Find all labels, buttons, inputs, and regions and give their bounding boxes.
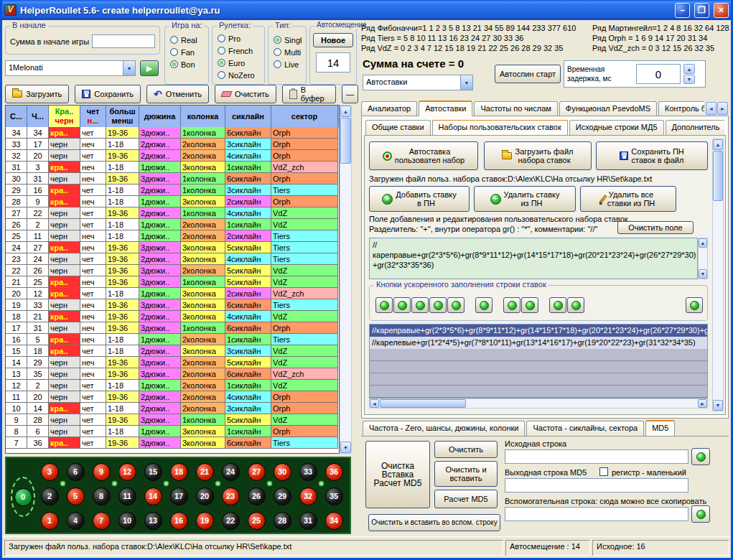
new-shift-button[interactable]: Новое: [313, 33, 353, 47]
board-number-15[interactable]: 15: [140, 459, 166, 484]
bet-set-empty-row[interactable]: [370, 373, 707, 386]
quick-fill-button-4[interactable]: [447, 297, 464, 313]
board-number-33[interactable]: 33: [295, 459, 321, 484]
table-row[interactable]: 2427кра..неч19-363дюжи..3колонка5сиклайн…: [6, 242, 339, 253]
table-row[interactable]: 928чернчет19-363дюжи..1колонка5сиклайнVd…: [6, 414, 339, 426]
main-tab-0[interactable]: Анализатор: [361, 101, 417, 116]
board-number-1[interactable]: 1: [37, 508, 62, 533]
table-row[interactable]: 86чернчет1-181дюжи..3колонка1сиклайнOrph: [6, 426, 339, 437]
main-tab-4[interactable]: Контроль банкро: [658, 101, 704, 116]
clear-field-button[interactable]: Очистить поле: [617, 221, 694, 234]
main-tab-1[interactable]: Автоставки: [419, 101, 472, 116]
table-row[interactable]: 2125кра..неч19-363дюжи..1колонка5сиклайн…: [6, 276, 339, 288]
radio-Pro[interactable]: Pro: [213, 32, 264, 45]
minimize-button[interactable]: –: [675, 3, 690, 18]
column-header-7[interactable]: сиклайн: [225, 106, 271, 127]
md5-clear-paste-aux-button[interactable]: Очистить и вставить во вспом. строку: [368, 514, 500, 531]
delete-bet-button[interactable]: − Удалить ставку из ПН: [474, 186, 576, 212]
table-row[interactable]: 2511черннеч1-181дюжи..2колонка2сиклайнTi…: [6, 230, 339, 242]
radio-Bon[interactable]: Bon: [165, 58, 208, 70]
md5-big-button[interactable]: Очистка Вставка Расчет MD5: [365, 441, 430, 508]
bet-set-item-0[interactable]: //кареправые+gr(2*3*5*6)+gr(8*9*11*12)+g…: [370, 325, 707, 337]
board-number-11[interactable]: 11: [114, 484, 140, 508]
table-row[interactable]: 1933черннеч19-363дюжи..3колонка6сиклайнT…: [6, 299, 339, 311]
main-tab-3[interactable]: Функционал PsevdoMS: [559, 101, 657, 116]
md5-aux-action-button[interactable]: [691, 505, 710, 523]
column-header-2[interactable]: Кра..черн: [49, 106, 80, 127]
radio-Fan[interactable]: Fan: [165, 46, 208, 58]
panel-scrollbar-thumb[interactable]: [713, 151, 723, 201]
quick-fill-button-5[interactable]: [475, 297, 492, 313]
radio-Euro[interactable]: Euro: [213, 57, 264, 69]
list-hscrollbar-thumb[interactable]: [380, 399, 466, 408]
load-bets-file-button[interactable]: Загрузить файл набора ставок: [484, 141, 592, 170]
table-scrollbar-thumb[interactable]: [340, 118, 351, 164]
table-row[interactable]: 736кра..чет19-363дюжи..3колонка6сиклайнT…: [6, 437, 339, 449]
preset-combo[interactable]: 1Melonati ▼: [5, 60, 136, 76]
board-number-17[interactable]: 17: [166, 484, 192, 508]
board-number-13[interactable]: 13: [140, 508, 166, 533]
radio-NoZero[interactable]: NoZero: [213, 69, 264, 81]
table-row[interactable]: 1120чернчет19-362дюжи..2колонка4сиклайнO…: [6, 391, 339, 403]
table-row[interactable]: 1731черннеч19-363дюжи..1колонка6сиклайнO…: [6, 322, 339, 334]
zero-cell[interactable]: 0: [11, 477, 35, 517]
scroll-up-icon[interactable]: ▲: [340, 106, 351, 117]
add-bet-button[interactable]: + Добавить ставку в ПН: [369, 186, 470, 212]
delay-value[interactable]: 0: [636, 64, 681, 84]
quick-fill-button-0[interactable]: [375, 297, 393, 313]
panel-scrollbar[interactable]: ▲ ▼: [712, 139, 724, 411]
spin-up-icon[interactable]: ▲: [683, 64, 695, 74]
radio-Multi[interactable]: Multi: [269, 46, 306, 58]
md5-calc-button[interactable]: Расчет MD5: [434, 490, 498, 508]
radio-Singl[interactable]: Singl: [269, 34, 306, 46]
scroll-down-icon[interactable]: ▼: [713, 400, 723, 411]
board-number-36[interactable]: 36: [321, 459, 347, 484]
scroll-down-icon[interactable]: ▼: [699, 269, 707, 279]
board-number-34[interactable]: 34: [321, 508, 347, 533]
quick-fill-button-7[interactable]: [521, 297, 538, 313]
bet-edit-field[interactable]: //кареправые+gr(2*3*5*6)+gr(8*9*11*12)+g…: [369, 238, 698, 279]
toolbar-button-1[interactable]: Сохранить: [75, 85, 141, 103]
board-number-14[interactable]: 14: [140, 484, 166, 508]
radio-Real[interactable]: Real: [165, 34, 208, 46]
start-sum-input[interactable]: [92, 34, 155, 48]
close-button[interactable]: ×: [714, 3, 729, 18]
table-row[interactable]: 3317черннеч1-182дюжи..2колонка3сиклайнOr…: [6, 139, 339, 150]
bet-sets-list[interactable]: //кареправые+gr(2*3*5*6)+gr(8*9*11*12)+g…: [369, 324, 708, 398]
table-row[interactable]: 165кра..неч1-181дюжи..2колонка1сиклайнTi…: [6, 334, 339, 345]
board-number-24[interactable]: 24: [218, 459, 243, 484]
toolbar-button-2[interactable]: ↶Отменить: [146, 85, 209, 103]
table-row[interactable]: 3220чернчет19-362дюжи..2колонка4сиклайнO…: [6, 150, 339, 162]
board-number-35[interactable]: 35: [321, 484, 347, 508]
board-number-32[interactable]: 32: [295, 484, 321, 508]
table-row[interactable]: 3031черннеч19-363дюжи..1колонка6сиклайнO…: [6, 173, 339, 185]
toolbar-button-0[interactable]: Загрузить: [5, 85, 69, 103]
board-number-19[interactable]: 19: [192, 508, 218, 533]
main-tab-2[interactable]: Частоты по числам: [474, 101, 557, 116]
board-number-21[interactable]: 21: [192, 459, 218, 484]
board-number-5[interactable]: 5: [62, 484, 88, 508]
delete-all-bets-button[interactable]: Удалить все ставки из ПН: [580, 186, 676, 212]
table-row[interactable]: 122чернчет1-181дюжи..2колонка1сиклайнVdZ: [6, 380, 339, 391]
bet-set-empty-row[interactable]: [370, 361, 707, 373]
scroll-up-icon[interactable]: ▲: [713, 139, 723, 150]
board-number-27[interactable]: 27: [243, 459, 269, 484]
table-row[interactable]: 1014кра..чет1-182дюжи..2колонка3сиклайнO…: [6, 403, 339, 414]
table-row[interactable]: 2722чернчет19-362дюжи..1колонка4сиклайнV…: [6, 207, 339, 219]
quick-fill-button-1[interactable]: [393, 297, 411, 313]
table-row[interactable]: 1429черннеч19-363дюжи..2колонка5сиклайнV…: [6, 357, 339, 368]
md5-source-action-button[interactable]: [691, 448, 710, 465]
toolbar-button-5[interactable]: —: [342, 85, 358, 103]
table-row[interactable]: 289кра..неч1-181дюжи..3колонка2сиклайнOr…: [6, 196, 339, 207]
column-header-1[interactable]: Ч...: [27, 106, 49, 127]
board-number-10[interactable]: 10: [114, 508, 140, 533]
board-number-20[interactable]: 20: [192, 484, 218, 508]
list-hscrollbar[interactable]: ◄ ►: [369, 398, 708, 409]
scroll-up-icon[interactable]: ▲: [699, 238, 707, 248]
md5-source-input[interactable]: [505, 449, 688, 464]
sub-tab-1[interactable]: Наборы пользовательских ставок: [432, 120, 568, 135]
board-number-12[interactable]: 12: [114, 459, 140, 484]
maximize-button[interactable]: ❐: [694, 3, 709, 18]
md5-output-input[interactable]: [505, 478, 688, 493]
board-number-31[interactable]: 31: [295, 508, 321, 533]
